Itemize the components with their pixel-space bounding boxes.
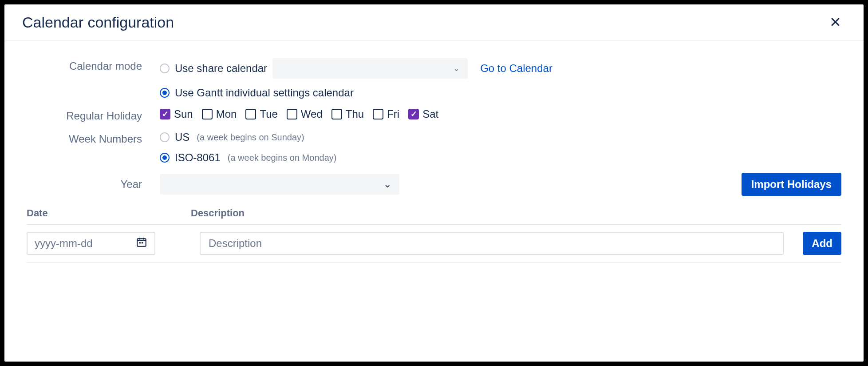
radio-gantt-calendar[interactable]: [160, 88, 170, 98]
svg-rect-4: [139, 242, 141, 243]
chevron-down-icon: ⌄: [383, 179, 391, 190]
holiday-add-row: yyyy-mm-dd Description: [27, 224, 841, 263]
description-column-header: Description: [191, 207, 841, 219]
description-input[interactable]: Description: [200, 232, 784, 255]
chevron-down-icon: ⌄: [453, 64, 460, 73]
go-to-calendar-link[interactable]: Go to Calendar: [480, 62, 552, 75]
checkbox-fri-label: Fri: [387, 108, 399, 120]
close-icon[interactable]: ✕: [825, 13, 846, 31]
svg-rect-5: [142, 242, 143, 243]
panel-header: Calendar configuration ✕: [4, 4, 864, 40]
radio-share-calendar[interactable]: [160, 64, 170, 73]
checkbox-tue-label: Tue: [260, 108, 277, 120]
regular-holiday-label: Regular Holiday: [27, 108, 160, 122]
checkbox-sat-label: Sat: [422, 108, 438, 120]
date-column-header: Date: [27, 207, 191, 219]
share-calendar-select[interactable]: ⌄: [272, 58, 468, 79]
radio-gantt-label: Use Gantt individual settings calendar: [175, 87, 354, 99]
radio-week-iso-hint: (a week begins on Monday): [228, 153, 337, 163]
radio-week-us[interactable]: [160, 132, 170, 142]
date-input-placeholder: yyyy-mm-dd: [35, 237, 93, 250]
week-numbers-label: Week Numbers: [27, 131, 160, 145]
checkbox-wed-label: Wed: [301, 108, 323, 120]
year-label: Year: [27, 178, 160, 191]
checkbox-tue[interactable]: [245, 109, 256, 119]
add-button[interactable]: Add: [803, 232, 841, 255]
checkbox-sun[interactable]: ✓: [160, 109, 170, 119]
radio-week-iso[interactable]: [160, 153, 170, 163]
checkbox-thu-label: Thu: [346, 108, 364, 120]
description-input-placeholder: Description: [209, 237, 262, 250]
checkbox-sat[interactable]: ✓: [408, 109, 419, 119]
radio-share-label: Use share calendar: [175, 62, 267, 75]
radio-week-iso-label: ISO-8061: [175, 151, 221, 164]
checkbox-fri[interactable]: [373, 109, 383, 119]
date-input[interactable]: yyyy-mm-dd: [27, 232, 155, 255]
import-holidays-button[interactable]: Import Holidays: [742, 173, 841, 196]
checkbox-sun-label: Sun: [174, 108, 193, 120]
calendar-icon[interactable]: [136, 236, 147, 251]
checkbox-mon-label: Mon: [216, 108, 237, 120]
calendar-config-panel: Calendar configuration ✕ Calendar mode U…: [4, 4, 864, 362]
checkbox-thu[interactable]: [331, 109, 342, 119]
year-select[interactable]: ⌄: [160, 174, 399, 195]
panel-title: Calendar configuration: [22, 14, 174, 31]
weekday-checkbox-group: ✓Sun Mon Tue Wed Thu Fri ✓Sat: [160, 108, 841, 120]
calendar-mode-label: Calendar mode: [27, 58, 160, 72]
checkbox-wed[interactable]: [287, 109, 297, 119]
radio-week-us-hint: (a week begins on Sunday): [197, 132, 304, 143]
radio-week-us-label: US: [175, 131, 189, 143]
checkbox-mon[interactable]: [202, 109, 213, 119]
